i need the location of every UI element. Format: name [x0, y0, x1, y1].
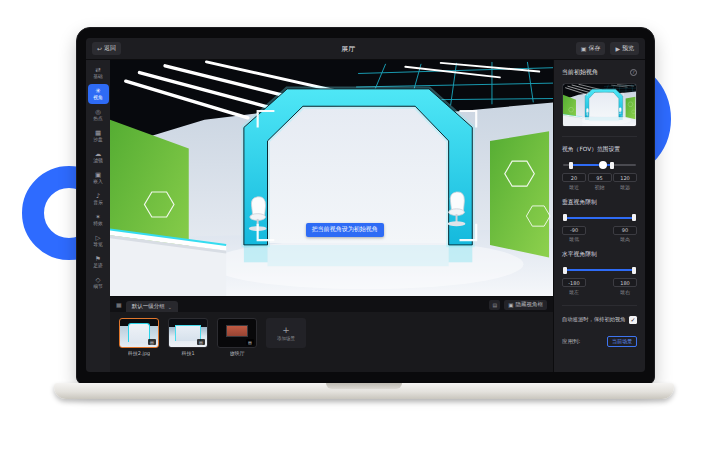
back-button[interactable]: ↩ 返回: [92, 42, 121, 55]
footprint-icon: ⚑: [95, 256, 101, 262]
horizontal-limit-slider[interactable]: [563, 265, 636, 275]
sidebar-item-basic[interactable]: ⇄基础: [88, 63, 109, 83]
scene-thumbnail-1[interactable]: ▤科技2.jpg: [119, 318, 159, 356]
horizontal-min-label: 最左: [569, 289, 579, 295]
embed-icon: ▣: [95, 172, 101, 178]
sidebar-item-music[interactable]: ♪音乐: [88, 189, 109, 209]
scene-thumb-image[interactable]: ▤: [119, 318, 159, 348]
vertical-limit-slider[interactable]: [563, 213, 636, 223]
preview-label: 预览: [622, 44, 634, 53]
vertical-max-label: 最高: [620, 236, 630, 242]
horizontal-max-handle[interactable]: [632, 267, 636, 274]
apply-target-button[interactable]: 当前场景: [607, 336, 637, 347]
scene-group-tabbar: ▦ 默认一级分组 ⌄ ▤ ▣ 隐藏视角框: [110, 297, 553, 312]
scene-thumbnails-row: ▤科技2.jpg▤科技1▤放映厅+添加场景: [110, 312, 553, 372]
fov-section-title: 视角（FOV）范围设置: [562, 145, 637, 154]
sidebar-item-effects[interactable]: ✶特效: [88, 210, 109, 230]
view-icon: ✳: [95, 88, 100, 94]
bottom-scenes-panel: ▦ 默认一级分组 ⌄ ▤ ▣ 隐藏视角框 ▤: [110, 296, 553, 372]
chevron-down-icon: ⌄: [168, 304, 172, 310]
laptop-notch: [326, 383, 402, 389]
add-scene-label: 添加场景: [277, 336, 295, 341]
scene-badge-icon: ▤: [197, 339, 205, 345]
vertical-min-input[interactable]: -90: [562, 226, 586, 235]
save-label: 保存: [588, 44, 600, 53]
laptop-screen: ↩ 返回 展厅 ▣ 保存 ▶ 预览 ⇄基础✳视角◎热点▦沙盘☁: [76, 27, 655, 385]
vertical-min-handle[interactable]: [563, 214, 567, 221]
add-scene-button[interactable]: +添加场景: [266, 318, 306, 348]
vertical-max-input[interactable]: 90: [613, 226, 637, 235]
page-title: 展厅: [121, 44, 576, 54]
scene-group-label: 默认一级分组: [132, 303, 165, 310]
left-sidebar: ⇄基础✳视角◎热点▦沙盘☁滤镜▣嵌入♪音乐✶特效▷导览⚑足迹◇细节: [86, 60, 110, 372]
initial-view-thumbnail[interactable]: [562, 83, 637, 127]
auto-tour-checkbox[interactable]: ✓: [629, 316, 637, 324]
back-label: 返回: [104, 44, 116, 53]
scene-group-tab[interactable]: 默认一级分组 ⌄: [126, 301, 178, 312]
scene-thumbnail-3[interactable]: ▤放映厅: [217, 318, 257, 356]
vertical-max-handle[interactable]: [632, 214, 636, 221]
horizontal-max-label: 最右: [620, 289, 630, 295]
sidebar-item-tour[interactable]: ▷导览: [88, 231, 109, 251]
group-list-icon[interactable]: ▦: [116, 301, 122, 308]
horizontal-min-input[interactable]: -180: [562, 278, 586, 287]
preview-button[interactable]: ▶ 预览: [610, 42, 639, 55]
laptop-base: [54, 383, 674, 399]
fov-slider[interactable]: [563, 160, 636, 170]
back-icon: ↩: [97, 45, 102, 52]
sidebar-item-label: 足迹: [93, 263, 103, 268]
fov-max-label: 最远: [620, 184, 630, 190]
scene-thumbnail-2[interactable]: ▤科技1: [168, 318, 208, 356]
page-background: ↩ 返回 展厅 ▣ 保存 ▶ 预览 ⇄基础✳视角◎热点▦沙盘☁: [0, 0, 728, 460]
fov-initial-label: 初始: [595, 184, 605, 190]
hotspot-icon: ◎: [95, 109, 101, 115]
sidebar-item-label: 嵌入: [93, 179, 103, 184]
tour-icon: ▷: [96, 235, 101, 241]
fov-initial-handle[interactable]: [599, 161, 607, 169]
play-icon: ▶: [615, 45, 620, 52]
view-settings-panel: 当前初始视角 ?: [553, 60, 645, 372]
hide-view-frame-button[interactable]: ▣ 隐藏视角框: [504, 300, 547, 310]
horizontal-min-handle[interactable]: [563, 267, 567, 274]
basic-icon: ⇄: [95, 67, 100, 73]
scene-thumb-label: 科技1: [181, 350, 194, 356]
scene-thumb-label: 放映厅: [230, 350, 245, 356]
scene-thumb-image[interactable]: ▤: [217, 318, 257, 348]
sidebar-item-label: 特效: [93, 221, 103, 226]
sidebar-item-filter[interactable]: ☁滤镜: [88, 147, 109, 167]
editor-app: ↩ 返回 展厅 ▣ 保存 ▶ 预览 ⇄基础✳视角◎热点▦沙盘☁: [86, 38, 645, 372]
scene-thumb-image[interactable]: ▤: [168, 318, 208, 348]
effects-icon: ✶: [95, 214, 100, 220]
sidebar-item-detail[interactable]: ◇细节: [88, 273, 109, 293]
help-icon[interactable]: ?: [630, 69, 637, 76]
fov-min-input[interactable]: 20: [562, 173, 586, 182]
sidebar-item-label: 沙盘: [93, 137, 103, 142]
fov-min-handle[interactable]: [569, 162, 573, 169]
sandbox-icon: ▦: [95, 130, 101, 136]
initial-view-title: 当前初始视角: [562, 68, 598, 77]
sidebar-item-label: 视角: [93, 95, 103, 100]
fov-max-input[interactable]: 120: [613, 173, 637, 182]
scene-render: [110, 60, 553, 296]
fov-max-handle[interactable]: [610, 162, 614, 169]
set-initial-view-button[interactable]: 把当前视角设为初始视角: [306, 223, 384, 237]
horizontal-max-input[interactable]: 180: [613, 278, 637, 287]
sidebar-item-view[interactable]: ✳视角: [88, 84, 109, 104]
divider: [562, 136, 637, 137]
sidebar-item-hotspot[interactable]: ◎热点: [88, 105, 109, 125]
fov-initial-input[interactable]: 95: [588, 173, 612, 182]
apply-to-label: 应用到:: [562, 338, 580, 345]
sidebar-item-sandbox[interactable]: ▦沙盘: [88, 126, 109, 146]
divider: [562, 305, 637, 306]
sidebar-item-footprint[interactable]: ⚑足迹: [88, 252, 109, 272]
vertical-limit-title: 垂直视角限制: [562, 198, 637, 207]
music-icon: ♪: [96, 193, 100, 199]
sidebar-item-embed[interactable]: ▣嵌入: [88, 168, 109, 188]
viewport-3d-scene[interactable]: 把当前视角设为初始视角: [110, 60, 553, 296]
top-bar: ↩ 返回 展厅 ▣ 保存 ▶ 预览: [86, 38, 645, 60]
save-button[interactable]: ▣ 保存: [576, 42, 606, 55]
fov-min-label: 最近: [569, 184, 579, 190]
collapse-panel-button[interactable]: ▤: [489, 300, 500, 310]
scene-badge-icon: ▤: [246, 339, 254, 345]
save-icon: ▣: [581, 45, 587, 52]
